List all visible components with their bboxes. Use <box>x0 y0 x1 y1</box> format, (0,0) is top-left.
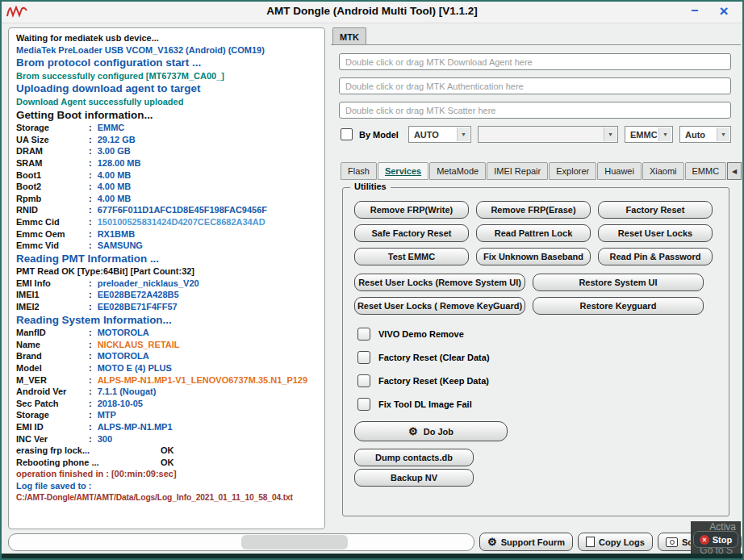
checkbox-row[interactable]: Fix Tool DL Image Fail <box>357 398 719 411</box>
log-value: 4.00 MB <box>98 170 132 180</box>
tab-item[interactable]: Explorer <box>549 162 596 180</box>
by-model-label: By Model <box>359 130 399 140</box>
storage-dropdown[interactable]: EMMC▼ <box>625 126 673 143</box>
utility-button[interactable]: Remove FRP(Erase) <box>476 201 591 219</box>
log-value: 2018-10-05 <box>98 399 143 408</box>
log-panel[interactable]: Waiting for mediatek usb device... Media… <box>8 27 325 529</box>
utility-button[interactable]: Read Pin & Password <box>598 248 713 265</box>
utility-button[interactable]: Reset User Locks (Remove System UI) <box>354 274 525 291</box>
utility-button[interactable]: Dump contacts.db <box>354 449 474 466</box>
utility-button[interactable]: Test EMMC <box>354 248 469 265</box>
by-model-checkbox[interactable] <box>341 128 353 140</box>
tab-item[interactable]: EMMC <box>685 162 727 180</box>
support-forum-button[interactable]: ⚙ Support Fourm <box>479 533 573 551</box>
checkbox-row[interactable]: Factory Reset (Keep Data) <box>357 374 719 387</box>
utility-button[interactable]: Restore System UI <box>533 274 704 291</box>
log-separator: : <box>89 290 92 299</box>
log-separator: : <box>89 387 92 396</box>
utility-button[interactable]: Remove FRP(Write) <box>354 201 469 219</box>
log-separator: : <box>89 217 92 227</box>
log-label: EMI Info <box>16 278 89 290</box>
log-label: Model <box>16 362 89 374</box>
checkbox-row[interactable]: VIVO Demo Remove <box>357 328 719 341</box>
tab-item[interactable]: Services <box>378 162 428 180</box>
do-job-label: Do Job <box>424 427 454 437</box>
log-label: ManfID <box>16 327 89 339</box>
mode-dropdown-value: Auto <box>685 130 705 140</box>
log-label: Sec Patch <box>16 398 89 410</box>
log-value: 7.1.1 (Nougat) <box>98 387 157 396</box>
authentication-input[interactable] <box>339 77 731 94</box>
log-label: EMI ID <box>16 421 89 433</box>
utility-button[interactable]: Fix Unknown Baseband <box>476 248 591 265</box>
utility-button[interactable]: Backup NV <box>354 469 474 487</box>
log-value: MOTO E (4) PLUS <box>98 363 172 373</box>
log-value: 29.12 GB <box>98 135 136 144</box>
log-line: M_VER:ALPS-MP-N1.MP1-V1_LENOVO6737M.35.N… <box>16 374 321 387</box>
checkbox[interactable] <box>357 398 370 411</box>
tab-item[interactable]: Huawei <box>597 162 642 180</box>
utility-button[interactable]: Restore Keyguard <box>533 297 704 315</box>
utility-button[interactable]: Factory Reset <box>598 201 713 219</box>
utility-button[interactable]: Read Pattren Lock <box>476 224 591 242</box>
log-line: Log file saved to : <box>16 480 321 492</box>
log-line: operation finished in : [00:min:09:sec] <box>16 468 321 480</box>
stop-icon: × <box>700 535 709 545</box>
model-dropdown[interactable]: AUTO▼ <box>408 126 471 143</box>
minimize-button[interactable]: – <box>684 2 705 20</box>
log-value: EE028BE72A428B5 <box>98 290 179 299</box>
utility-button[interactable]: Safe Factory Reset <box>354 224 469 242</box>
utility-button[interactable]: Reset User Locks <box>598 224 713 242</box>
do-job-button[interactable]: ⚙ Do Job <box>354 421 508 441</box>
log-separator: : <box>89 434 92 444</box>
scatter-input[interactable] <box>339 102 731 119</box>
checkbox-row[interactable]: Factory Reset (Clear Data) <box>357 351 719 364</box>
log-separator: : <box>89 194 92 203</box>
checkbox-label: Fix Tool DL Image Fail <box>378 399 472 409</box>
tab-item[interactable]: Flash <box>341 162 377 180</box>
mtk-section: MTK By Model AUTO▼ ▼ EMMC▼ Auto▼ Flash S… <box>331 26 741 531</box>
log-value: NICKLAUS_RETAIL <box>98 340 180 349</box>
log-separator: : <box>89 363 92 373</box>
log-value: 300 <box>98 434 112 444</box>
log-line: Brom successfully configured [MT6737M_CA… <box>16 70 321 82</box>
log-label: Storage <box>16 409 89 421</box>
log-separator: : <box>89 278 92 288</box>
copy-logs-button[interactable]: Copy Logs <box>578 533 653 551</box>
log-label: Reading System Information... <box>16 313 172 328</box>
checkbox[interactable] <box>357 328 370 341</box>
log-separator: : <box>89 158 92 168</box>
log-label: C:/AMT-Dongle/AMT/AMT/Data/Logs/Log_Info… <box>16 492 293 504</box>
storage-dropdown-value: EMMC <box>630 130 658 140</box>
model-select-dropdown[interactable]: ▼ <box>478 126 618 143</box>
log-label: operation finished in : [00:min:09:sec] <box>16 468 177 480</box>
tab-item[interactable]: IMEI Repair <box>487 162 548 180</box>
log-label: Boot2 <box>16 181 89 193</box>
chevron-down-icon: ▼ <box>658 127 671 141</box>
tab-scroll-left-button[interactable]: ◀ <box>727 162 742 180</box>
checkbox-label: VIVO Demo Remove <box>378 329 464 339</box>
utility-button[interactable]: Reset User Locks ( Remove KeyGuard) <box>354 297 525 315</box>
log-label: M_VER <box>16 374 89 387</box>
log-line: C:/AMT-Dongle/AMT/AMT/Data/Logs/Log_Info… <box>16 492 321 504</box>
log-separator: : <box>89 182 92 191</box>
log-value: ALPS-MP-N1.MP1-V1_LENOVO6737M.35.N1_P129 <box>98 375 307 385</box>
tab-item[interactable]: MetaMode <box>429 162 486 180</box>
log-line: Storage:EMMC <box>16 122 321 134</box>
mode-dropdown[interactable]: Auto▼ <box>679 126 731 143</box>
copy-icon <box>586 537 595 547</box>
stop-button[interactable]: × Stop <box>693 531 738 548</box>
log-value: 3.00 GB <box>98 146 131 156</box>
checkbox[interactable] <box>357 351 370 364</box>
gear-icon: ⚙ <box>487 537 497 547</box>
checkbox[interactable] <box>357 374 370 387</box>
log-line: IMEI2:EE028BE71F4FF57 <box>16 301 321 313</box>
tab-item[interactable]: Xiaomi <box>642 162 684 180</box>
close-button[interactable]: × <box>713 2 734 20</box>
log-label: INC Ver <box>16 433 89 445</box>
log-label: Getting Boot information... <box>16 108 153 123</box>
chevron-down-icon: ▼ <box>457 127 470 141</box>
download-agent-input[interactable] <box>339 53 731 70</box>
log-label: Brom successfully configured [MT6737M_CA… <box>16 70 224 82</box>
tab-mtk[interactable]: MTK <box>332 27 366 45</box>
